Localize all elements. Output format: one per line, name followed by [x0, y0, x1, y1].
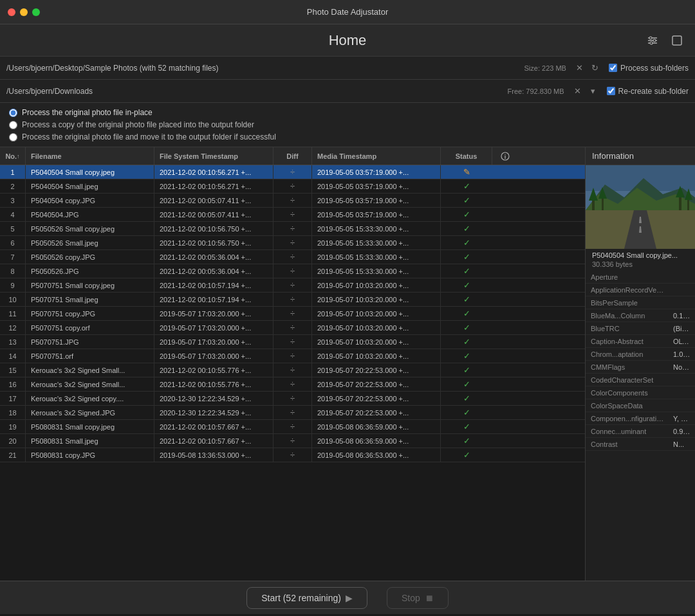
info-thumbnail	[586, 165, 695, 249]
info-metadata-row: ColorComponents	[586, 386, 695, 399]
table-row[interactable]: 19 P5080831 Small copy.jpeg 2021-12-02 0…	[0, 420, 585, 434]
table-row[interactable]: 12 P5070751 copy.orf 2019-05-07 17:03:20…	[0, 321, 585, 335]
info-panel-title: Information	[586, 147, 695, 165]
cell-status: ✓	[441, 434, 492, 448]
table-row[interactable]: 10 P5070751 Small.jpeg 2021-12-02 00:10:…	[0, 293, 585, 307]
close-button[interactable]	[8, 8, 15, 16]
info-metadata-row: CMMFlags Not Embe...ndepen...	[586, 361, 695, 374]
table-row[interactable]: 16 Kerouac's 3x2 Signed Small... 2021-12…	[0, 377, 585, 392]
source-clear-button[interactable]: ✕	[573, 61, 587, 75]
output-clear-button[interactable]: ✕	[571, 84, 585, 98]
output-expand-button[interactable]: ▾	[586, 84, 600, 98]
cell-status: ✓	[441, 349, 492, 363]
cell-filename: P5070751.orf	[26, 349, 154, 363]
radio-move[interactable]	[9, 133, 17, 141]
recreate-subfolders-checkbox[interactable]	[607, 87, 615, 95]
svg-text:i: i	[505, 154, 506, 160]
cell-mts: 2019-05-08 06:36:59.000 +...	[312, 434, 441, 448]
cell-diff: ÷	[273, 222, 312, 235]
table-row[interactable]: 5 P5050526 Small copy.jpeg 2021-12-02 00…	[0, 222, 585, 236]
table-row[interactable]: 8 P5050526.JPG 2021-12-02 00:05:36.004 +…	[0, 264, 585, 278]
process-subfolders-checkbox[interactable]	[609, 64, 617, 72]
radio-copy[interactable]	[9, 121, 17, 129]
window-icon[interactable]	[668, 32, 686, 50]
col-header-filename[interactable]: Filename	[26, 147, 154, 165]
info-filename: P5040504 Small copy.jpe...	[586, 249, 695, 260]
radio-inplace-label[interactable]: Process the original photo file in-place	[22, 108, 153, 117]
cell-mts: 2019-05-05 15:33:30.000 +...	[312, 264, 441, 278]
recreate-subfolders-label[interactable]: Re-create sub-folder	[618, 87, 689, 96]
cell-status: ✓	[441, 335, 492, 349]
cell-mts: 2019-05-05 03:57:19.000 +...	[312, 165, 441, 179]
info-meta-value	[669, 378, 695, 382]
file-table: No. Filename File System Timestamp Diff …	[0, 147, 586, 581]
table-row[interactable]: 21 P5080831 copy.JPG 2019-05-08 13:36:53…	[0, 448, 585, 462]
table-row[interactable]: 17 Kerouac's 3x2 Signed copy.... 2020-12…	[0, 392, 585, 406]
info-panel: Information	[586, 147, 695, 581]
table-row[interactable]: 14 P5070751.orf 2019-05-07 17:03:20.000 …	[0, 349, 585, 363]
radio-row-1: Process the original photo file in-place	[9, 108, 686, 117]
diff-icon: ÷	[290, 167, 295, 177]
cell-no: 8	[0, 264, 26, 278]
table-row[interactable]: 3 P5040504 copy.JPG 2021-12-02 00:05:07.…	[0, 194, 585, 208]
table-row[interactable]: 7 P5050526 copy.JPG 2021-12-02 00:05:36.…	[0, 250, 585, 264]
col-header-diff[interactable]: Diff	[273, 147, 312, 165]
cell-no: 14	[0, 349, 26, 363]
status-check-icon: ✓	[463, 351, 470, 361]
col-header-mts[interactable]: Media Timestamp	[312, 147, 441, 165]
stop-label: Stop	[402, 593, 420, 603]
cell-diff: ÷	[273, 165, 312, 179]
radio-copy-label[interactable]: Process a copy of the original photo fil…	[22, 120, 254, 129]
process-subfolders-label[interactable]: Process sub-folders	[620, 64, 689, 73]
minimize-button[interactable]	[20, 8, 28, 16]
radio-row-2: Process a copy of the original photo fil…	[9, 120, 686, 129]
table-row[interactable]: 6 P5050526 Small.jpeg 2021-12-02 00:10:5…	[0, 236, 585, 250]
source-size: Size: 223 MB	[524, 64, 566, 72]
status-check-icon: ✓	[463, 422, 470, 431]
info-meta-key: BlueMa...Column	[586, 310, 669, 322]
cell-diff: ÷	[273, 335, 312, 349]
table-row[interactable]: 2 P5040504 Small.jpeg 2021-12-02 00:10:5…	[0, 179, 585, 194]
cell-filename: P5040504 Small.jpeg	[26, 179, 154, 193]
title-bar: Photo Date Adjustator	[0, 0, 695, 24]
table-row[interactable]: 15 Kerouac's 3x2 Signed Small... 2021-12…	[0, 363, 585, 377]
status-check-icon: ✓	[463, 323, 470, 332]
radio-move-label[interactable]: Process the original photo file and move…	[22, 132, 276, 141]
source-refresh-button[interactable]: ↻	[588, 61, 602, 75]
table-row[interactable]: 1 P5040504 Small copy.jpeg 2021-12-02 00…	[0, 165, 585, 179]
filter-icon[interactable]	[644, 32, 662, 50]
status-check-icon: ✓	[463, 394, 470, 403]
page-title: Home	[329, 32, 367, 49]
diff-icon: ÷	[290, 210, 295, 219]
cell-status: ✓	[441, 448, 492, 462]
info-meta-key: Contrast	[586, 439, 669, 450]
diff-icon: ÷	[290, 337, 295, 347]
maximize-button[interactable]	[32, 8, 40, 16]
table-row[interactable]: 13 P5070751.JPG 2019-05-07 17:03:20.000 …	[0, 335, 585, 349]
info-metadata-row: ApplicationRecordVersion	[586, 284, 695, 296]
cell-filename: P5050526 Small.jpeg	[26, 236, 154, 249]
cell-no: 5	[0, 222, 26, 235]
cell-mts: 2019-05-08 06:36:59.000 +...	[312, 420, 441, 433]
output-path-text: /Users/bjoern/Downloads	[6, 87, 508, 96]
stop-button[interactable]: Stop ⏹	[387, 587, 449, 609]
start-button[interactable]: Start (52 remaining) ▶	[246, 587, 367, 609]
table-row[interactable]: 9 P5070751 Small copy.jpeg 2021-12-02 00…	[0, 278, 585, 293]
col-header-no[interactable]: No.	[0, 147, 26, 165]
cell-status: ✓	[441, 264, 492, 278]
radio-inplace[interactable]	[9, 109, 17, 117]
table-row[interactable]: 18 Kerouac's 3x2 Signed.JPG 2020-12-30 1…	[0, 406, 585, 420]
cell-filename: P5080831 copy.JPG	[26, 448, 154, 462]
cell-filename: P5040504 copy.JPG	[26, 194, 154, 207]
col-header-status[interactable]: Status	[441, 147, 492, 165]
col-header-fsts[interactable]: File System Timestamp	[154, 147, 273, 165]
diff-icon: ÷	[290, 195, 295, 205]
cell-no: 6	[0, 236, 26, 249]
table-row[interactable]: 20 P5080831 Small.jpeg 2021-12-02 00:10:…	[0, 434, 585, 448]
cell-filename: P5050526 Small copy.jpeg	[26, 222, 154, 235]
table-row[interactable]: 4 P5040504.JPG 2021-12-02 00:05:07.411 +…	[0, 208, 585, 222]
table-row[interactable]: 11 P5070751 copy.JPG 2019-05-07 17:03:20…	[0, 307, 585, 321]
status-check-icon: ✓	[463, 238, 470, 248]
status-check-icon: ✓	[463, 181, 470, 191]
status-check-icon: ✓	[463, 365, 470, 375]
